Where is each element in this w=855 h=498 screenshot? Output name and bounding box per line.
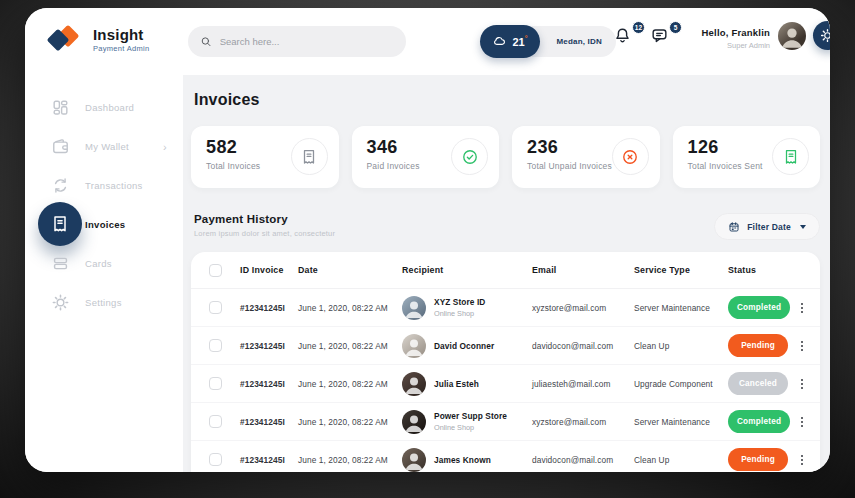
row-checkbox[interactable] xyxy=(209,453,222,466)
recipient-avatar xyxy=(402,296,426,320)
sidebar-item-cards[interactable]: Cards xyxy=(25,244,183,283)
table-row: #12341245I June 1, 2020, 08:22 AM David … xyxy=(191,327,820,365)
recipient-email: davidocon@mail.com xyxy=(532,341,634,351)
wallet-icon xyxy=(50,137,70,157)
search-input[interactable] xyxy=(220,36,394,47)
cards-icon xyxy=(50,254,70,274)
calendar-icon xyxy=(728,221,740,233)
recipient-avatar xyxy=(402,410,426,434)
recipient-avatar xyxy=(402,334,426,358)
column-header-status: Status xyxy=(728,265,794,275)
degree-symbol: ° xyxy=(525,35,528,42)
table-row: #12341245I June 1, 2020, 08:22 AM Power … xyxy=(191,403,820,441)
temperature-value: 21 xyxy=(512,36,524,48)
location-label: Medan, IDN xyxy=(556,37,602,46)
filter-date-label: Filter Date xyxy=(747,222,791,232)
invoice-id: #12341245I xyxy=(240,455,298,465)
payment-history-table: ID Invoice Date Recipient Email Service … xyxy=(191,252,820,472)
recipient-name: Power Supp Store xyxy=(434,411,507,421)
invoice-id: #12341245I xyxy=(240,379,298,389)
service-type: Upgrade Component xyxy=(634,379,728,389)
section-subtitle: Lorem ipsum dolor sit amet, consectetur xyxy=(194,229,335,238)
table-row: #12341245I June 1, 2020, 08:22 AM Julia … xyxy=(191,365,820,403)
table-row: #12341245I June 1, 2020, 08:22 AM XYZ St… xyxy=(191,289,820,327)
messages-button[interactable]: 5 xyxy=(650,26,676,52)
bell-icon xyxy=(613,26,632,45)
settings-quick-button[interactable]: 1 xyxy=(813,21,830,50)
row-checkbox[interactable] xyxy=(209,377,222,390)
app-window: Insight Payment Admin Medan, IDN 21° 12 … xyxy=(25,8,830,472)
column-header-email: Email xyxy=(532,265,634,275)
recipient-email: davidocon@mail.com xyxy=(532,455,634,465)
status-badge: Pending xyxy=(728,334,788,357)
sidebar-item-dashboard[interactable]: Dashboard xyxy=(25,88,183,127)
section-title: Payment History xyxy=(194,213,335,225)
settings-gear-icon xyxy=(50,293,70,313)
recipient-name: David Oconner xyxy=(434,341,494,351)
chat-icon xyxy=(650,26,669,45)
transactions-icon xyxy=(50,176,70,196)
brand-tagline: Payment Admin xyxy=(93,44,149,53)
check-circle-icon xyxy=(451,138,488,175)
person-silhouette-icon xyxy=(778,22,806,50)
row-menu-kebab-icon[interactable] xyxy=(794,299,810,317)
receipt-icon xyxy=(291,138,328,175)
search-icon xyxy=(200,35,212,48)
notifications-badge: 12 xyxy=(632,21,645,34)
row-checkbox[interactable] xyxy=(209,415,222,428)
search-bar[interactable] xyxy=(188,26,406,57)
invoice-date: June 1, 2020, 08:22 AM xyxy=(298,303,402,313)
recipient-name: James Known xyxy=(434,455,491,465)
user-greeting: Hello, Franklin xyxy=(680,27,770,38)
row-menu-kebab-icon[interactable] xyxy=(794,337,810,355)
sidebar-item-transactions[interactable]: Transactions xyxy=(25,166,183,205)
dashboard-icon xyxy=(50,98,70,118)
row-menu-kebab-icon[interactable] xyxy=(794,375,810,393)
stat-card-unpaid-invoices: 236 Total Unpaid Invoices xyxy=(512,126,660,188)
invoice-date: June 1, 2020, 08:22 AM xyxy=(298,341,402,351)
recipient-name: Julia Esteh xyxy=(434,379,479,389)
sidebar-item-settings[interactable]: Settings xyxy=(25,283,183,322)
sidebar-label: Dashboard xyxy=(85,102,134,113)
top-header: Insight Payment Admin Medan, IDN 21° 12 … xyxy=(25,8,830,75)
row-menu-kebab-icon[interactable] xyxy=(794,451,810,469)
recipient-avatar xyxy=(402,372,426,396)
sidebar-label: My Wallet xyxy=(85,141,129,152)
sidebar-item-my-wallet[interactable]: My Wallet › xyxy=(25,127,183,166)
caret-down-icon xyxy=(800,225,806,229)
temperature-pill[interactable]: 21° xyxy=(480,25,540,58)
sidebar-item-invoices[interactable]: Invoices xyxy=(25,205,183,244)
row-checkbox[interactable] xyxy=(209,339,222,352)
table-row: #12341245I June 1, 2020, 08:22 AM James … xyxy=(191,441,820,472)
recipient-email: xyzstore@mail.com xyxy=(532,303,634,313)
stat-card-paid-invoices: 346 Paid Invoices xyxy=(352,126,500,188)
row-checkbox[interactable] xyxy=(209,301,222,314)
invoice-id: #12341245I xyxy=(240,303,298,313)
chevron-right-icon: › xyxy=(163,141,167,153)
column-header-date: Date xyxy=(298,265,402,275)
row-menu-kebab-icon[interactable] xyxy=(794,413,810,431)
invoice-id: #12341245I xyxy=(240,417,298,427)
service-type: Server Maintenance xyxy=(634,417,728,427)
recipient-subtitle: Online Shop xyxy=(434,423,507,432)
recipient-avatar xyxy=(402,448,426,472)
status-badge: Completed xyxy=(728,410,790,433)
column-header-service-type: Service Type xyxy=(634,265,728,275)
sidebar-label: Settings xyxy=(85,297,122,308)
notifications-button[interactable]: 12 xyxy=(613,26,639,52)
filter-date-button[interactable]: Filter Date xyxy=(714,213,820,240)
status-badge: Completed xyxy=(728,296,790,319)
invoice-date: June 1, 2020, 08:22 AM xyxy=(298,455,402,465)
user-avatar[interactable] xyxy=(778,22,806,50)
sidebar: Dashboard My Wallet › Transactions Invoi… xyxy=(25,75,183,472)
user-info: Hello, Franklin Super Admin xyxy=(680,27,770,50)
x-circle-icon xyxy=(612,138,649,175)
sidebar-label: Transactions xyxy=(85,180,143,191)
select-all-checkbox[interactable] xyxy=(209,264,222,277)
recipient-subtitle: Online Shop xyxy=(434,309,485,318)
service-type: Server Maintenance xyxy=(634,303,728,313)
payment-history-header: Payment History Lorem ipsum dolor sit am… xyxy=(191,213,820,240)
receipt-sent-icon xyxy=(772,138,809,175)
logo-diamonds-icon xyxy=(47,22,83,58)
recipient-email: xyzstore@mail.com xyxy=(532,417,634,427)
